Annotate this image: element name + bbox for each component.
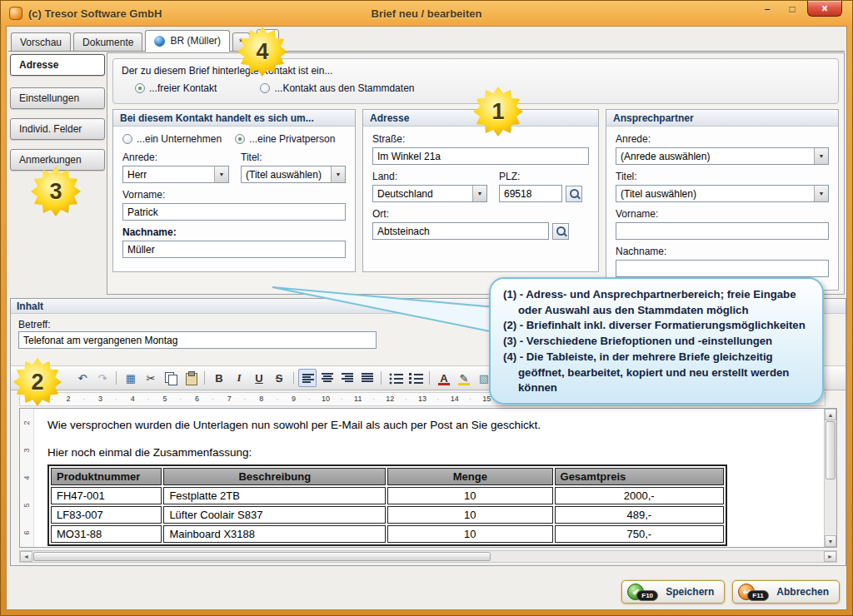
app-window: (c) Tresor Software GmbH Brief neu / bea… <box>0 0 853 616</box>
table-grid-icon[interactable]: ▦ <box>122 369 140 387</box>
ruler-number: 5 <box>22 503 31 507</box>
radio-freier-kontakt[interactable]: ...freier Kontakt <box>135 82 217 94</box>
anrede-select[interactable]: Herr <box>122 166 229 183</box>
ap-nachname-input[interactable] <box>616 260 829 277</box>
sidebar-item-label: Individ. Felder <box>19 123 82 135</box>
scroll-thumb[interactable] <box>826 421 836 479</box>
save-button[interactable]: ✔ F10 Speichern <box>621 580 725 604</box>
ort-input[interactable]: Abtsteinach <box>372 222 549 240</box>
radio-privatperson[interactable]: ...eine Privatperson <box>235 133 335 145</box>
sidebar-item-einstellungen[interactable]: Einstellungen <box>10 87 105 109</box>
redo-icon[interactable]: ↷ <box>93 369 112 387</box>
select-value: Deutschland <box>373 188 433 200</box>
strasse-label: Straße: <box>372 133 589 145</box>
groupbox-body: Anrede: (Anrede auswählen) Titel: (Titel… <box>606 127 838 284</box>
table-row: FH47-001Festplatte 2TB102000,- <box>51 487 724 504</box>
strikethrough-icon[interactable]: S <box>270 369 288 387</box>
radio-unternehmen[interactable]: ...ein Unternehmen <box>122 133 222 145</box>
ruler-number: 2 <box>52 393 85 405</box>
radio-kontakt-stammdaten[interactable]: ...Kontakt aus den Stammdaten <box>260 82 414 94</box>
ap-titel-select[interactable]: (Titel auswählen) <box>616 185 829 202</box>
ap-vorname-input[interactable] <box>616 222 829 240</box>
ruler-number: 2 <box>22 420 31 425</box>
sidebar-item-label: Adresse <box>19 59 58 71</box>
scroll-left-icon[interactable]: ◄ <box>20 551 32 562</box>
vorname-input[interactable]: Patrick <box>122 203 346 221</box>
anrede-label: Anrede: <box>122 152 229 163</box>
scroll-thumb[interactable] <box>33 552 491 561</box>
land-label: Land: <box>372 171 487 182</box>
nachname-input[interactable]: Müller <box>122 241 346 258</box>
sidebar-item-adresse[interactable]: Adresse <box>10 54 105 76</box>
radio-icon <box>122 134 132 144</box>
ruler-number: 11 <box>342 393 374 405</box>
underline-icon[interactable]: U <box>250 369 268 387</box>
ap-anrede-select[interactable]: (Anrede auswählen) <box>616 147 829 165</box>
align-justify-icon[interactable] <box>358 369 377 387</box>
table-cell: 10 <box>387 506 552 524</box>
ruler-number: 7 <box>213 393 246 405</box>
scroll-up-icon[interactable]: ▲ <box>825 409 836 420</box>
ap-nachname-label: Nachname: <box>616 246 829 257</box>
sidebar-item-individ-felder[interactable]: Individ. Felder <box>10 118 105 140</box>
cancel-button[interactable]: ↩ F11 Abbrechen <box>732 580 840 604</box>
groupbox-title: Ansprechpartner <box>606 110 838 127</box>
radio-icon <box>260 83 270 93</box>
vertical-scrollbar[interactable]: ▲ ▼ <box>824 409 836 547</box>
ort-search-button[interactable] <box>552 223 569 240</box>
table-header-cell: Menge <box>387 468 552 485</box>
align-right-icon[interactable] <box>338 369 357 387</box>
bold-icon[interactable]: B <box>210 369 228 387</box>
ruler-number: 12 <box>374 393 407 405</box>
land-select[interactable]: Deutschland <box>372 185 487 202</box>
table-cell: Festplatte 2TB <box>163 487 386 504</box>
undo-icon[interactable]: ↶ <box>73 369 92 387</box>
maximize-button[interactable]: □ <box>781 1 804 17</box>
paste-icon[interactable] <box>182 369 200 387</box>
radio-icon <box>235 134 245 144</box>
plz-label: PLZ: <box>499 171 589 182</box>
align-left-icon[interactable] <box>298 369 317 387</box>
copy-icon[interactable] <box>162 369 180 387</box>
table-cell: Lüfter Coolair S837 <box>163 506 386 524</box>
chevron-down-icon <box>814 148 828 164</box>
table-cell: 489,- <box>555 506 724 524</box>
radio-label: ...ein Unternehmen <box>137 133 222 145</box>
letter-body[interactable]: Wie versprochen wurden die Unterlagen nu… <box>34 409 824 547</box>
plz-input[interactable]: 69518 <box>499 185 562 202</box>
sidebar-item-anmerkungen[interactable]: Anmerkungen <box>10 149 105 171</box>
titel-select[interactable]: (Titel auswählen) <box>241 166 346 183</box>
ruler-number: 10 <box>310 393 342 405</box>
align-center-icon[interactable] <box>318 369 337 387</box>
tab-dokumente[interactable]: Dokumente <box>73 32 142 51</box>
save-key-icon: ✔ F10 <box>627 583 659 601</box>
sidebar: Adresse Einstellungen Individ. Felder An… <box>10 54 105 180</box>
ruler-number: 4 <box>22 475 31 479</box>
tab-br-mueller[interactable]: BR (Müller) <box>145 30 230 52</box>
title-bar: (c) Tresor Software GmbH Brief neu / bea… <box>1 1 852 26</box>
ruler-number: 6 <box>22 530 31 534</box>
contact-type-legend: Der zu diesem Brief hinterlegte Kontakt … <box>122 65 830 77</box>
tab-vorschau[interactable]: Vorschau <box>11 32 71 51</box>
adresse-groupbox: Adresse Straße: Im Winkel 21a Land: Deut… <box>362 109 599 272</box>
cut-icon[interactable]: ✂ <box>142 369 160 387</box>
ruler-number: 4 <box>117 393 149 405</box>
plz-search-button[interactable] <box>566 186 582 202</box>
numbered-list-icon[interactable] <box>407 369 425 387</box>
sidebar-item-label: Einstellungen <box>19 92 79 104</box>
fkey-badge: F11 <box>747 590 768 601</box>
contact-type-box: Der zu diesem Brief hinterlegte Kontakt … <box>112 58 839 104</box>
product-table: ProduktnummerBeschreibungMengeGesamtprei… <box>47 464 727 546</box>
strasse-input[interactable]: Im Winkel 21a <box>372 147 589 165</box>
italic-icon[interactable]: I <box>230 369 248 387</box>
highlight-icon[interactable]: ✎ <box>455 369 473 387</box>
scroll-right-icon[interactable]: ► <box>824 551 836 562</box>
contact-type-options: ...freier Kontakt ...Kontakt aus den Sta… <box>135 82 830 94</box>
minimize-button[interactable]: – <box>756 1 779 17</box>
letter-icon <box>154 36 165 47</box>
bullet-list-icon[interactable] <box>387 369 405 387</box>
scroll-down-icon[interactable]: ▼ <box>825 535 836 547</box>
horizontal-scrollbar[interactable]: ◄ ► <box>19 550 837 563</box>
font-color-icon[interactable]: A <box>435 369 453 387</box>
close-button[interactable]: × <box>807 1 842 17</box>
